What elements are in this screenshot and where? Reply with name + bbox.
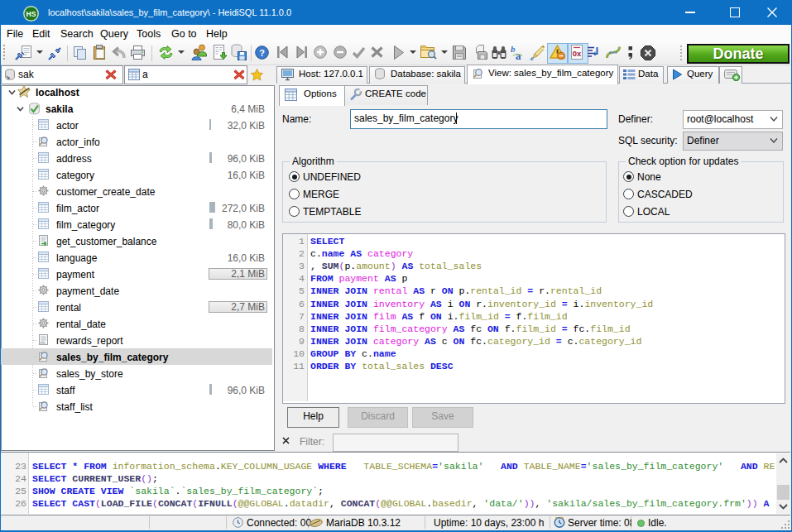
svg-text:a: a xyxy=(516,50,521,61)
svg-text:HS: HS xyxy=(26,10,36,18)
svg-text:?: ? xyxy=(259,48,265,58)
svg-text:0x: 0x xyxy=(573,49,582,58)
